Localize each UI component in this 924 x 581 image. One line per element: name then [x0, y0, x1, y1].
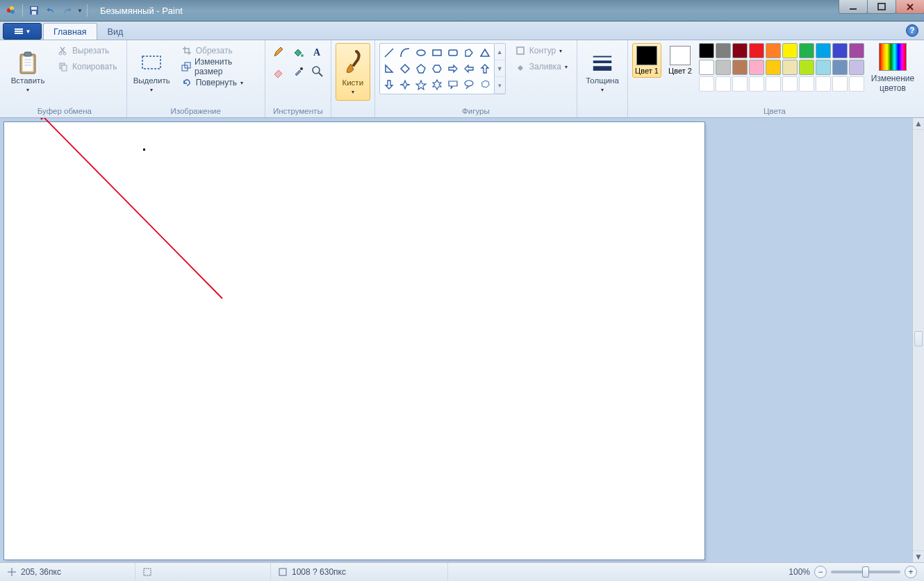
palette-color[interactable] — [766, 60, 781, 75]
scroll-up-icon[interactable]: ▲ — [913, 118, 924, 130]
palette-color[interactable] — [782, 43, 798, 58]
shape-fill-button[interactable]: Заливка ▾ — [510, 59, 572, 74]
shape-curve-icon[interactable] — [397, 45, 413, 60]
palette-color[interactable] — [816, 60, 831, 75]
shapes-scroll-down-icon[interactable]: ▼ — [495, 60, 505, 77]
palette-empty[interactable] — [766, 76, 781, 92]
shape-arrow-left-icon[interactable] — [461, 61, 477, 76]
shape-pentagon-icon[interactable] — [413, 61, 429, 76]
palette-empty[interactable] — [816, 76, 831, 92]
paste-button[interactable]: Вставить▾ — [7, 43, 49, 102]
maximize-button[interactable] — [867, 0, 896, 14]
shape-arrow-down-icon[interactable] — [381, 77, 397, 92]
shape-callout-oval-icon[interactable] — [461, 77, 477, 92]
text-tool[interactable]: A — [308, 43, 327, 61]
palette-empty[interactable] — [699, 76, 714, 92]
pencil-tool[interactable] — [270, 43, 288, 61]
app-icon[interactable] — [4, 3, 18, 17]
brushes-button[interactable]: Кисти ▾ — [336, 43, 370, 101]
edit-colors-button[interactable]: Изменение цветов — [868, 43, 917, 93]
color1-button[interactable]: Цвет 1 — [632, 43, 661, 78]
palette-empty[interactable] — [849, 76, 864, 92]
palette-empty[interactable] — [799, 76, 814, 92]
magnifier-tool[interactable] — [308, 62, 327, 81]
crop-button[interactable]: Обрезать — [176, 43, 261, 58]
undo-icon[interactable] — [44, 3, 58, 17]
shape-4star-icon[interactable] — [397, 77, 413, 92]
qat-dropdown-icon[interactable]: ▼ — [77, 8, 83, 14]
palette-color[interactable] — [832, 43, 848, 58]
palette-color[interactable] — [782, 60, 798, 75]
palette-empty[interactable] — [749, 76, 764, 92]
palette-color[interactable] — [799, 43, 814, 58]
canvas[interactable] — [4, 122, 704, 559]
redo-icon[interactable] — [60, 3, 74, 17]
palette-empty[interactable] — [716, 76, 731, 92]
palette-color[interactable] — [749, 43, 764, 58]
shape-5star-icon[interactable] — [413, 77, 429, 92]
palette-empty[interactable] — [782, 76, 798, 92]
shape-callout-cloud-icon[interactable] — [477, 77, 493, 92]
scroll-thumb[interactable] — [914, 331, 923, 346]
palette-color[interactable] — [699, 43, 714, 58]
select-button[interactable]: Выделить▾ — [131, 43, 172, 102]
save-icon[interactable] — [27, 3, 41, 17]
zoom-out-button[interactable]: − — [814, 566, 827, 578]
tab-view[interactable]: Вид — [97, 23, 134, 40]
rotate-button[interactable]: Повернуть ▾ — [176, 75, 261, 90]
palette-color[interactable] — [716, 43, 731, 58]
shape-hexagon-icon[interactable] — [429, 61, 445, 76]
color2-button[interactable]: Цвет 2 — [666, 43, 695, 78]
shapes-scrollbar[interactable]: ▲ ▼ ▾ — [495, 43, 506, 94]
shape-6star-icon[interactable] — [429, 77, 445, 92]
color-picker-tool[interactable] — [289, 62, 307, 81]
shape-roundrect-icon[interactable] — [445, 45, 461, 60]
palette-color[interactable] — [799, 60, 814, 75]
file-menu-button[interactable]: ▼ — [3, 23, 42, 40]
shapes-scroll-up-icon[interactable]: ▲ — [495, 44, 505, 60]
svg-rect-34 — [517, 47, 524, 54]
size-button[interactable]: Толщина▾ — [581, 43, 623, 102]
cut-button[interactable]: Вырезать — [53, 43, 122, 58]
shape-right-triangle-icon[interactable] — [381, 61, 397, 76]
copy-button[interactable]: Копировать — [53, 59, 122, 74]
palette-color[interactable] — [849, 60, 864, 75]
help-button[interactable]: ? — [906, 24, 918, 37]
palette-color[interactable] — [732, 43, 748, 58]
palette-color[interactable] — [716, 60, 731, 75]
shape-triangle-icon[interactable] — [477, 45, 493, 60]
shape-arrow-up-icon[interactable] — [477, 61, 493, 76]
palette-color[interactable] — [749, 60, 764, 75]
shape-rect-icon[interactable] — [429, 45, 445, 60]
shapes-expand-icon[interactable]: ▾ — [495, 77, 505, 94]
shape-oval-icon[interactable] — [413, 45, 429, 60]
vertical-scrollbar[interactable]: ▲ ▼ — [912, 118, 924, 562]
shape-diamond-icon[interactable] — [397, 61, 413, 76]
palette-color[interactable] — [699, 60, 714, 75]
palette-empty[interactable] — [732, 76, 748, 92]
close-button[interactable] — [896, 0, 924, 14]
palette-color[interactable] — [816, 43, 831, 58]
outline-label: Контур — [529, 46, 556, 56]
svg-rect-42 — [279, 569, 286, 575]
tab-home[interactable]: Главная — [43, 23, 97, 40]
shapes-gallery[interactable] — [379, 43, 495, 94]
shape-polygon-icon[interactable] — [461, 45, 477, 60]
palette-empty[interactable] — [832, 76, 848, 92]
palette-color[interactable] — [849, 43, 864, 58]
zoom-slider-thumb[interactable] — [862, 566, 869, 578]
shape-arrow-right-icon[interactable] — [445, 61, 461, 76]
shape-line-icon[interactable] — [381, 45, 397, 60]
minimize-button[interactable] — [839, 0, 868, 14]
eraser-tool[interactable] — [270, 62, 288, 81]
shape-callout-rect-icon[interactable] — [445, 77, 461, 92]
shape-outline-button[interactable]: Контур ▾ — [510, 43, 572, 58]
palette-color[interactable] — [832, 60, 848, 75]
scroll-down-icon[interactable]: ▼ — [913, 550, 924, 562]
zoom-in-button[interactable]: + — [905, 566, 917, 578]
palette-color[interactable] — [766, 43, 781, 58]
resize-button[interactable]: Изменить размер — [176, 59, 261, 74]
fill-tool[interactable] — [289, 43, 307, 61]
zoom-slider[interactable] — [831, 571, 900, 573]
palette-color[interactable] — [732, 60, 748, 75]
